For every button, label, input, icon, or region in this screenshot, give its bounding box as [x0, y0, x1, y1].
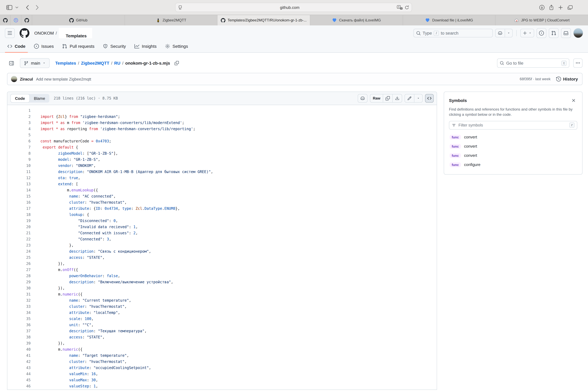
line-number[interactable]: 38: [7, 334, 31, 340]
edit-dropdown-button[interactable]: [414, 94, 422, 102]
code-line-content[interactable]: "Connected": 3,: [40, 236, 111, 242]
code-line-content[interactable]: valueStep: 1,: [40, 383, 98, 389]
back-button[interactable]: [26, 0, 29, 15]
branch-selector[interactable]: main: [20, 58, 50, 68]
breadcrumb-link[interactable]: Zigbee2MQTT: [81, 61, 109, 66]
line-number[interactable]: 40: [7, 346, 31, 352]
code-line-content[interactable]: vendor: "ONOKOM",: [40, 162, 96, 169]
line-number[interactable]: 27: [7, 267, 31, 273]
code-line-content[interactable]: "Disconnected": 0,: [40, 218, 118, 224]
code-line-content[interactable]: attribute: "localTemp",: [40, 310, 120, 316]
code-line-content[interactable]: name: "Current temperature",: [40, 297, 131, 304]
tab-code[interactable]: Code: [10, 94, 30, 102]
browser-tab[interactable]: Скачать файл| iLoveIMG: [310, 15, 403, 26]
line-number[interactable]: 17: [7, 206, 31, 212]
code-line-content[interactable]: powerOnBehavior: false,: [40, 273, 120, 279]
code-line-content[interactable]: description: "Текущая температура",: [40, 328, 147, 334]
code-line-content[interactable]: cluster: "hvacThermostat",: [40, 199, 127, 206]
code-line-content[interactable]: cluster: "hvacThermostat",: [40, 304, 127, 310]
breadcrumb-link[interactable]: Templates: [55, 61, 76, 66]
code-line-content[interactable]: m.enumLookup({: [40, 187, 98, 193]
copy-file-button[interactable]: [383, 94, 392, 102]
address-bar[interactable]: github.com Ax: [175, 3, 412, 12]
breadcrumb-link[interactable]: RU: [114, 61, 120, 66]
code-line-content[interactable]: "Connected with issues": 2,: [40, 230, 138, 236]
code-line-content[interactable]: m.numeric({: [40, 291, 82, 297]
code-line-content[interactable]: description: "ONOKOM AIR GR-1-MB-B (Адап…: [40, 169, 213, 175]
reload-icon[interactable]: [404, 5, 409, 10]
edit-file-button[interactable]: [405, 94, 414, 102]
code-line-content[interactable]: scale: 100,: [40, 316, 94, 322]
line-number[interactable]: 28: [7, 273, 31, 279]
repo-tab-security[interactable]: Security: [100, 40, 128, 52]
code-line-content[interactable]: unit: "°C",: [40, 322, 94, 328]
code-line-content[interactable]: export default {: [40, 144, 78, 150]
code-line-content[interactable]: import {Zcl} from "zigbee-herdsman";: [40, 114, 120, 120]
global-menu-button[interactable]: [5, 28, 15, 38]
line-number[interactable]: 9: [7, 156, 31, 162]
line-number[interactable]: 1: [7, 108, 31, 114]
symbol-item[interactable]: funcconvert: [449, 142, 577, 151]
code-line-content[interactable]: access: "STATE",: [40, 334, 104, 340]
pinned-tab[interactable]: [0, 15, 11, 26]
download-file-button[interactable]: [392, 94, 402, 102]
line-number[interactable]: 21: [7, 230, 31, 236]
line-number[interactable]: 42: [7, 358, 31, 365]
symbol-item[interactable]: funcconvert: [449, 151, 577, 160]
line-number[interactable]: 34: [7, 310, 31, 316]
repo-tab-insights[interactable]: Insights: [132, 40, 159, 52]
line-number[interactable]: 24: [7, 248, 31, 254]
line-number[interactable]: 4: [7, 126, 31, 132]
line-number[interactable]: 23: [7, 242, 31, 248]
forward-button[interactable]: [36, 0, 39, 15]
user-avatar[interactable]: [573, 28, 583, 38]
repo-tab-pull-requests[interactable]: Pull requests: [60, 40, 97, 52]
line-number[interactable]: 8: [7, 150, 31, 156]
symbol-item[interactable]: funcconfigure: [449, 160, 577, 169]
browser-tab[interactable]: Zigbee2MQTT: [125, 15, 218, 26]
commit-author[interactable]: Ziracul: [20, 77, 33, 81]
line-number[interactable]: 10: [7, 162, 31, 169]
browser-tab[interactable]: GitHub: [32, 15, 125, 26]
code-line-content[interactable]: attribute: "occupiedCoolingSetpoint",: [40, 365, 151, 371]
code-line-content[interactable]: },: [40, 242, 74, 248]
line-number[interactable]: 25: [7, 254, 31, 260]
history-button[interactable]: History: [556, 76, 578, 82]
code-line-content[interactable]: valueMin: 16,: [40, 371, 98, 377]
line-number[interactable]: 15: [7, 193, 31, 199]
code-line-content[interactable]: name: "Target temperature",: [40, 352, 129, 358]
code-line-content[interactable]: ota: true,: [40, 175, 80, 181]
tab-blame[interactable]: Blame: [30, 94, 50, 102]
code-line-content[interactable]: model: "GR-1-ZB-S",: [40, 156, 100, 162]
sidebar-toggle-button[interactable]: [6, 0, 12, 15]
close-symbols-button[interactable]: [570, 97, 577, 104]
code-line-content[interactable]: attribute: {ID: 0x4734, type: Zcl.DataTy…: [40, 206, 180, 212]
reader-icon[interactable]: [178, 5, 182, 10]
issues-button[interactable]: [536, 28, 546, 38]
code-line-content[interactable]: access: "STATE",: [40, 254, 104, 260]
line-number[interactable]: 13: [7, 181, 31, 187]
code-line-content[interactable]: extend: [: [40, 181, 78, 187]
code-line-content[interactable]: m.numeric({: [40, 346, 82, 352]
code-line-content[interactable]: "Invalid data recieved": 1,: [40, 224, 138, 230]
filter-symbols-input[interactable]: Filter symbols r: [449, 121, 577, 130]
line-number[interactable]: 36: [7, 322, 31, 328]
line-number[interactable]: 35: [7, 316, 31, 322]
line-number[interactable]: 33: [7, 304, 31, 310]
pinned-tab[interactable]: [22, 15, 32, 26]
repo-tab-settings[interactable]: Settings: [162, 40, 190, 52]
commit-author-avatar[interactable]: [11, 76, 17, 82]
copilot-button[interactable]: [495, 29, 513, 37]
line-number[interactable]: 45: [7, 377, 31, 383]
code-line-content[interactable]: description: "Связь с кондиционером",: [40, 248, 151, 254]
code-line-content[interactable]: cluster: "hvacThermostat",: [40, 358, 127, 365]
code-line-content[interactable]: description: "Включение/выключение устро…: [40, 279, 173, 285]
code-line-content[interactable]: const manufacturerCode = 0x4703;: [40, 138, 111, 144]
line-number[interactable]: 41: [7, 352, 31, 358]
code-line-content[interactable]: }),: [40, 260, 65, 267]
repo-link[interactable]: Templates: [59, 28, 92, 38]
new-tab-icon[interactable]: [558, 5, 563, 10]
code-line-content[interactable]: import * as reporting from 'zigbee-herds…: [40, 126, 196, 132]
browser-tab[interactable]: Download file | iLoveIMG: [403, 15, 496, 26]
line-number[interactable]: 22: [7, 236, 31, 242]
